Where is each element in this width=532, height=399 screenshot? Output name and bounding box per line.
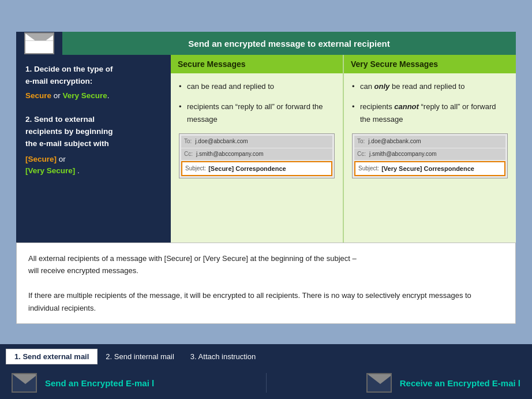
mail-icon-area xyxy=(16,32,62,55)
content-columns: 1. Decide on the type ofe-mail encryptio… xyxy=(16,55,516,243)
vs-subject-label: Subject: xyxy=(358,164,379,174)
nav-tab-attach[interactable]: 3. Attach instruction xyxy=(182,349,264,364)
step2-title: 2. Send to externalrecipients by beginni… xyxy=(25,114,162,150)
secure-email-mockup: To: j.doe@abcbank.com Cc: j.smith@abccom… xyxy=(179,133,335,178)
very-secure-bullet2: • recipients cannot “reply to all” or fo… xyxy=(352,100,508,125)
secure-subject-value: [Secure] Correspondence xyxy=(208,163,286,174)
secure-column: Secure Messages • can be read and replie… xyxy=(171,55,344,243)
vs-subject-value: [Very Secure] Correspondence xyxy=(381,163,474,174)
or2: or xyxy=(57,155,66,163)
very-secure-column: Very Secure Messages • can only be read … xyxy=(344,55,516,243)
secure-subject-row: Subject: [Secure] Correspondence xyxy=(181,161,332,176)
very-secure-label: Very Secure xyxy=(63,91,107,100)
secure-col-header: Secure Messages xyxy=(171,55,343,73)
secure-bullet1-text: can be read and replied to xyxy=(187,80,274,92)
very-secure-col-header: Very Secure Messages xyxy=(344,55,516,73)
nav-tab-internal[interactable]: 2. Send internal mail xyxy=(98,349,182,364)
secure-cc-row: Cc: j.smith@abccompany.com xyxy=(181,148,332,161)
secure-bullet1: • can be read and replied to xyxy=(179,80,335,92)
step2-tags: [Secure] or [Very Secure] . xyxy=(25,154,162,178)
nav-tabs: 1. Send external mail 2. Send internal m… xyxy=(0,344,532,367)
very-secure-email-mockup: To: j.doe@abcbank.com Cc: j.smith@abccom… xyxy=(352,133,508,178)
slide-header: Send an encrypted message to external re… xyxy=(62,32,516,55)
info-line3: If there are multiple recipients of the … xyxy=(28,289,504,314)
secure-subject-label: Subject: xyxy=(185,164,206,174)
vs-cc-row: Cc: j.smith@abccompany.com xyxy=(354,148,505,161)
very-secure-col-content: • can only be read and replied to • reci… xyxy=(344,73,516,185)
vs-cc: j.smith@abccompany.com xyxy=(369,150,437,159)
nav-send-area: Send an Encrypted E-mai l xyxy=(0,373,266,393)
secure-bullet2: • recipients can “reply to all” or forwa… xyxy=(179,100,335,125)
info-line2: will receive encrypted messages. xyxy=(28,264,504,277)
secure-label: Secure xyxy=(25,91,51,100)
info-line1: All external recipients of a message wit… xyxy=(28,252,504,264)
very-secure-bullet1: • can only be read and replied to xyxy=(352,80,508,92)
secure-col-content: • can be read and replied to • recipient… xyxy=(171,73,343,185)
nav-bottom: Send an Encrypted E-mai l Receive an Enc… xyxy=(0,367,532,399)
vs-bullet1-post: be read and replied to xyxy=(389,82,464,91)
step2: 2. Send to externalrecipients by beginni… xyxy=(25,114,162,178)
vs-to-row: To: j.doe@abcbank.com xyxy=(354,136,505,148)
slide-header-text: Send an encrypted message to external re… xyxy=(188,39,389,49)
nav-receive-area: Receive an Encrypted E-mai l xyxy=(266,373,533,393)
dot2: . xyxy=(75,166,80,175)
dot1: . xyxy=(107,91,110,100)
left-panel: 1. Decide on the type ofe-mail encryptio… xyxy=(16,55,171,243)
info-box: All external recipients of a message wit… xyxy=(16,243,516,324)
or-text: or xyxy=(51,91,63,100)
nav-bar: 1. Send external mail 2. Send internal m… xyxy=(0,344,532,399)
vs-bullet2-bold: cannot xyxy=(394,102,419,111)
very-secure-tag: [Very Secure] xyxy=(25,166,75,175)
step1: 1. Decide on the type ofe-mail encryptio… xyxy=(25,64,162,102)
step1-title: 1. Decide on the type ofe-mail encryptio… xyxy=(25,64,162,88)
receive-mail-icon xyxy=(366,373,392,393)
vs-to: j.doe@abcbank.com xyxy=(368,137,421,147)
secure-bullet2-text: recipients can “reply to all” or forward… xyxy=(187,100,335,125)
secure-to-row: To: j.doe@abcbank.com xyxy=(181,136,332,148)
secure-to: j.doe@abcbank.com xyxy=(195,137,248,147)
vs-bullet1-bold: only xyxy=(374,82,390,91)
secure-cc: j.smith@abccompany.com xyxy=(196,150,264,159)
vs-bullet2-pre: recipients xyxy=(360,102,394,111)
secure-tag: [Secure] xyxy=(25,155,57,163)
vs-bullet1-pre: can xyxy=(360,82,374,91)
send-label: Send an Encrypted E-mai l xyxy=(45,378,154,388)
vs-subject-row: Subject: [Very Secure] Correspondence xyxy=(354,161,505,176)
send-mail-icon xyxy=(12,373,37,393)
nav-tab-external[interactable]: 1. Send external mail xyxy=(6,349,98,364)
receive-label: Receive an Encrypted E-mai l xyxy=(400,378,520,388)
step1-options: Secure or Very Secure. xyxy=(25,90,162,102)
